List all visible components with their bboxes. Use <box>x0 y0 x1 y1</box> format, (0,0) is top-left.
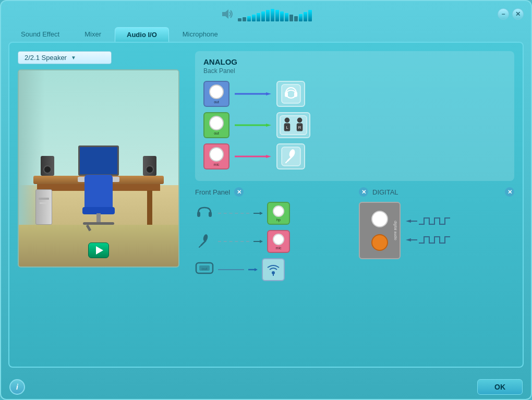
jack-circle-green <box>209 116 224 130</box>
analog-subtitle: Back Panel <box>203 67 506 75</box>
main-content: 2/2.1 Speaker ▼ <box>8 42 524 368</box>
signal-waves <box>406 216 450 245</box>
svg-point-10 <box>285 118 290 123</box>
front-panel-badge[interactable]: ✕ <box>234 187 244 197</box>
solid-line-out <box>218 269 244 270</box>
line-arrow-green <box>235 122 271 128</box>
signal-bottom <box>406 235 450 245</box>
svg-marker-17 <box>266 155 271 158</box>
jack-green[interactable]: out <box>203 112 229 138</box>
connector-out-icon: out <box>195 259 214 281</box>
bottom-panels: Front Panel ✕ <box>195 187 514 286</box>
digital-connector-area: digital audio <box>359 202 514 259</box>
front-jack-out[interactable] <box>262 258 285 281</box>
arrow-digital-bottom <box>406 237 417 243</box>
arrow-mic <box>253 238 263 245</box>
svg-text:R: R <box>298 125 301 130</box>
digital-panel-section: ✕ DIGITAL ✕ digital audio <box>359 187 514 286</box>
svg-marker-30 <box>260 240 263 243</box>
headset-device <box>276 81 305 107</box>
svg-marker-25 <box>260 212 263 215</box>
svg-marker-35 <box>255 268 258 271</box>
connector-row-mic: mic <box>203 143 506 169</box>
title-bar: − ✕ <box>1 1 531 27</box>
connector-row-speakers: out L <box>203 112 506 138</box>
svg-marker-38 <box>406 220 411 223</box>
signal-top <box>406 216 450 226</box>
jack-blue[interactable]: out <box>203 81 229 107</box>
digital-circle-bottom <box>371 234 388 251</box>
tab-sound-effect[interactable]: Sound Effect <box>9 27 71 42</box>
svg-marker-40 <box>406 238 411 241</box>
front-jack-circle-hp <box>273 205 284 217</box>
svg-rect-9 <box>280 116 307 135</box>
volume-bars <box>238 7 312 21</box>
room-visualization <box>18 69 179 268</box>
line-arrow-blue <box>235 91 271 97</box>
volume-area <box>220 7 312 21</box>
play-button[interactable] <box>88 243 109 258</box>
line-arrow-pink <box>235 153 271 160</box>
left-panel: 2/2.1 Speaker ▼ <box>18 51 185 358</box>
svg-text:L: L <box>286 125 289 130</box>
svg-line-28 <box>199 245 201 247</box>
chevron-down-icon: ▼ <box>71 55 76 60</box>
bottom-bar: i OK <box>1 375 531 399</box>
speaker-icon <box>220 7 235 21</box>
svg-marker-2 <box>266 92 271 95</box>
connector-row-output: out <box>203 81 506 107</box>
front-jack-mic[interactable]: mic <box>267 230 290 253</box>
lr-speakers-device: L R <box>276 112 310 138</box>
svg-rect-23 <box>209 212 212 217</box>
square-wave-bottom <box>419 235 450 245</box>
digital-badge-right[interactable]: ✕ <box>505 187 514 197</box>
front-jack-headphone[interactable]: hp <box>267 202 290 225</box>
digital-panel-header: ✕ DIGITAL ✕ <box>359 187 514 197</box>
svg-line-27 <box>201 241 205 245</box>
minimize-button[interactable]: − <box>498 8 509 20</box>
front-row-headphone: hp <box>195 202 350 225</box>
info-button[interactable]: i <box>9 379 25 395</box>
front-panel-title: Front Panel <box>195 188 230 196</box>
front-jack-circle-mic <box>273 234 284 245</box>
svg-text:out: out <box>201 266 208 271</box>
arrow-out <box>248 266 258 273</box>
digital-panel-title: DIGITAL <box>372 188 398 196</box>
square-wave-top <box>419 216 450 226</box>
tabs: Sound Effect Mixer Audio I/O Microphone <box>1 27 531 42</box>
mic-device <box>276 143 305 169</box>
headphone-icon <box>195 204 214 222</box>
front-panel-section: Front Panel ✕ <box>195 187 350 286</box>
arrow-hp <box>253 210 263 216</box>
tab-microphone[interactable]: Microphone <box>171 27 229 42</box>
window-controls: − ✕ <box>498 8 524 20</box>
front-row-mic: mic <box>195 230 350 253</box>
arrow-digital-top <box>406 218 417 224</box>
speaker-dropdown: 2/2.1 Speaker ▼ <box>18 51 185 64</box>
front-mic-icon <box>195 232 214 251</box>
digital-badge[interactable]: ✕ <box>359 187 368 197</box>
speaker-select[interactable]: 2/2.1 Speaker ▼ <box>18 51 112 64</box>
app-window: − ✕ Sound Effect Mixer Audio I/O Microph… <box>0 0 532 400</box>
digital-box: digital audio <box>359 202 401 259</box>
digital-audio-label: digital audio <box>394 221 397 240</box>
jack-pink[interactable]: mic <box>203 143 229 169</box>
speaker-select-label: 2/2.1 Speaker <box>25 54 67 62</box>
front-panel-header: Front Panel ✕ <box>195 187 350 197</box>
jack-circle-pink <box>209 147 224 162</box>
play-icon <box>96 246 103 254</box>
ok-button[interactable]: OK <box>477 379 523 395</box>
svg-point-13 <box>297 118 303 123</box>
svg-rect-22 <box>197 212 200 217</box>
dotted-line-mic <box>218 241 249 242</box>
svg-marker-0 <box>222 9 228 19</box>
close-button[interactable]: ✕ <box>512 8 524 20</box>
svg-marker-8 <box>266 124 271 127</box>
analog-section: ANALOG Back Panel out <box>195 51 514 181</box>
jack-circle-blue <box>209 84 224 99</box>
front-row-connector: out <box>195 258 350 281</box>
tab-mixer[interactable]: Mixer <box>73 27 113 42</box>
dotted-line-hp <box>218 213 249 214</box>
tab-audio-io[interactable]: Audio I/O <box>115 27 169 42</box>
right-panel: ANALOG Back Panel out <box>195 51 514 358</box>
